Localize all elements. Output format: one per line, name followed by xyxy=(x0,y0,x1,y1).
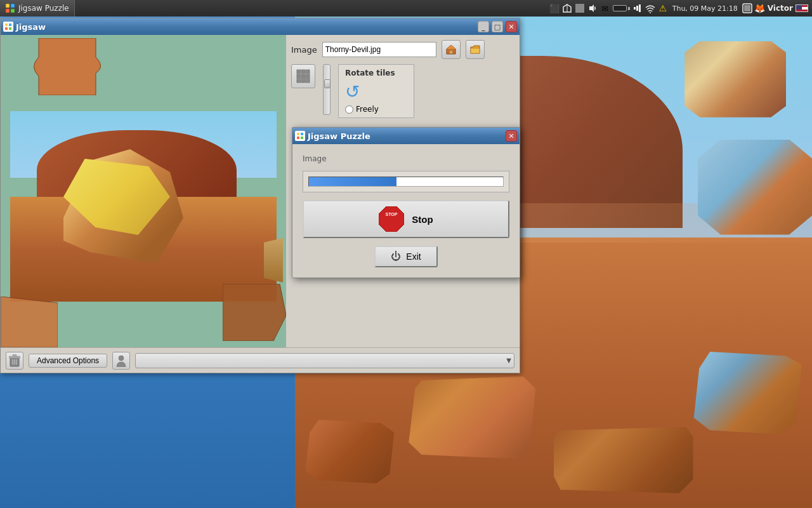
stop-label: Stop xyxy=(412,214,433,225)
dropdown-arrow-icon: ▼ xyxy=(506,357,511,364)
svg-rect-17 xyxy=(449,50,453,54)
freely-radio-row: Freely xyxy=(345,105,407,114)
dp-piece-tr1 xyxy=(684,41,786,117)
trash-btn[interactable] xyxy=(6,352,23,370)
stop-sign-container: STOP xyxy=(379,206,404,232)
tray-icon-4 xyxy=(632,3,643,13)
progress-bar-fill xyxy=(309,177,396,186)
svg-marker-6 xyxy=(589,4,594,12)
window-maximize-btn[interactable]: □ xyxy=(492,21,503,32)
battery-bar xyxy=(613,5,627,11)
slider-thumb xyxy=(324,79,331,88)
battery-tip xyxy=(628,7,630,10)
taskbar-app-jigsaw[interactable]: Jigsaw Puzzle xyxy=(0,0,75,17)
svg-rect-37 xyxy=(301,137,303,139)
svg-rect-26 xyxy=(306,79,310,83)
person-btn[interactable] xyxy=(112,352,130,370)
flag-icon-user xyxy=(796,4,808,12)
puzzle-dialog: Jigsaw Puzzle ✕ Image STOP xyxy=(292,127,520,278)
dp-piece-bc2 xyxy=(554,424,693,493)
svg-rect-15 xyxy=(5,27,8,30)
svg-rect-5 xyxy=(575,4,584,13)
svg-rect-19 xyxy=(301,70,305,74)
dialog-titlebar[interactable]: Jigsaw Puzzle ✕ xyxy=(292,128,520,144)
dp-piece-r1 xyxy=(698,140,812,235)
battery-indicator xyxy=(613,5,630,11)
dialog-close-btn[interactable]: ✕ xyxy=(506,130,517,142)
win-icon xyxy=(742,3,752,13)
dialog-body: Image STOP Stop ⏻ xyxy=(292,144,520,277)
user-info: Victor xyxy=(768,4,808,13)
svg-rect-12 xyxy=(744,5,750,11)
board-piece-rm xyxy=(264,238,283,283)
svg-rect-0 xyxy=(6,4,10,8)
exit-label: Exit xyxy=(406,251,421,262)
svg-rect-34 xyxy=(297,133,299,135)
wifi-symbol xyxy=(645,3,655,13)
desktop: Jigsaw Puzzle ⬛ xyxy=(0,0,812,508)
stop-button[interactable]: STOP Stop xyxy=(303,200,509,238)
svg-rect-9 xyxy=(639,4,641,12)
progress-bar-outer xyxy=(308,177,504,187)
pieces-slider[interactable] xyxy=(323,64,331,115)
board-piece-bl-svg xyxy=(1,297,58,347)
progress-area xyxy=(303,171,509,192)
board-piece-bl xyxy=(1,297,58,347)
username: Victor xyxy=(768,4,793,13)
svg-rect-16 xyxy=(9,27,11,30)
mail-icon: ✉ xyxy=(600,3,610,13)
board-main-image xyxy=(10,111,277,302)
dialog-title: Jigsaw Puzzle xyxy=(308,131,503,141)
window-titlebar[interactable]: Jigsaw _ □ ✕ xyxy=(1,18,520,35)
svg-rect-13 xyxy=(5,23,8,26)
dp-piece-bc1 xyxy=(409,377,535,459)
board-piece-br xyxy=(223,284,286,341)
svg-rect-29 xyxy=(13,354,16,357)
svg-rect-14 xyxy=(9,23,11,26)
board-piece-tl-svg xyxy=(26,38,108,95)
person-icon xyxy=(115,354,127,367)
grid-btn[interactable] xyxy=(291,64,315,88)
dialog-image-label: Image xyxy=(303,154,509,163)
taskbar: Jigsaw Puzzle ⬛ xyxy=(0,0,812,17)
network-icon xyxy=(562,3,572,13)
window-minimize-btn[interactable]: _ xyxy=(478,21,489,32)
svg-rect-2 xyxy=(6,9,10,13)
svg-rect-35 xyxy=(301,133,303,135)
board-piece-br-svg xyxy=(223,284,286,341)
taskbar-left: Jigsaw Puzzle xyxy=(0,0,75,17)
board-piece-tl xyxy=(26,38,108,95)
taskbar-right: ⬛ ✉ xyxy=(546,0,812,17)
jigsaw-taskbar-icon xyxy=(5,3,15,13)
image-row: Image xyxy=(291,40,514,59)
open-image-btn[interactable] xyxy=(442,40,461,59)
stop-sign-svg: STOP xyxy=(379,206,404,232)
svg-rect-20 xyxy=(306,70,310,74)
svg-rect-8 xyxy=(636,6,638,11)
recent-images-btn[interactable] xyxy=(466,40,485,59)
tray-icon-2 xyxy=(562,3,572,13)
svg-point-33 xyxy=(119,356,124,361)
svg-point-10 xyxy=(650,12,651,13)
svg-rect-36 xyxy=(297,137,299,139)
freely-radio[interactable] xyxy=(345,105,353,114)
exit-button[interactable]: ⏻ Exit xyxy=(374,246,438,267)
dialog-puzzle-icon xyxy=(296,132,304,140)
flag-canton xyxy=(796,5,802,10)
clock: Thu, 09 May 21:18 xyxy=(671,4,740,13)
puzzle-dropdown[interactable]: ▼ xyxy=(135,353,514,368)
window-close-btn[interactable]: ✕ xyxy=(506,21,517,32)
svg-rect-22 xyxy=(301,74,305,78)
wifi-icon xyxy=(645,3,655,13)
speaker-icon xyxy=(587,3,598,13)
dp-piece-br1 xyxy=(694,352,802,434)
tray-icon-1: ⬛ xyxy=(549,3,560,13)
window-title: Jigsaw xyxy=(16,22,475,32)
tray-icon-3 xyxy=(575,3,585,13)
image-filename-input[interactable] xyxy=(322,42,436,57)
firefox-icon: 🦊 xyxy=(755,3,765,13)
rotate-icon: ↺ xyxy=(345,81,407,102)
volume2-icon xyxy=(632,3,643,13)
power-icon: ⏻ xyxy=(391,251,401,262)
advanced-options-btn[interactable]: Advanced Options xyxy=(29,354,107,368)
